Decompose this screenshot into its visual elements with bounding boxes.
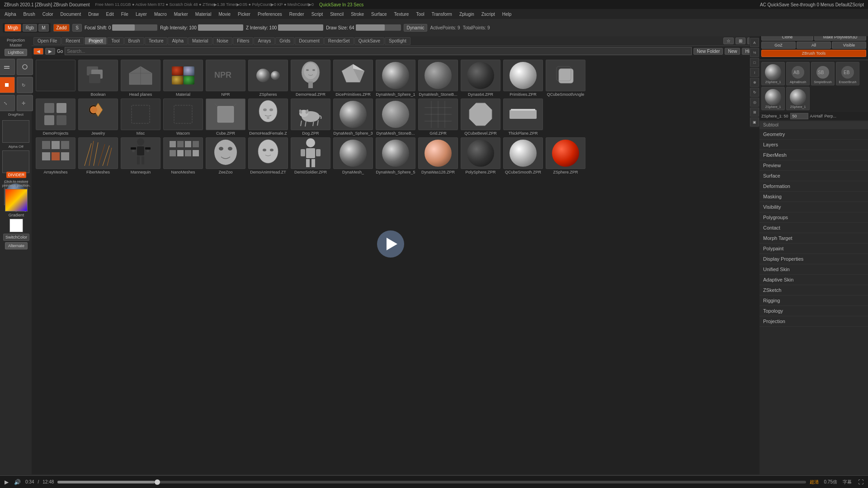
forward-btn[interactable]: ▶ <box>45 48 55 55</box>
switch-color-btn[interactable]: SwitchColor <box>3 234 29 241</box>
list-item[interactable]: Material <box>163 60 203 97</box>
speed-value[interactable]: 0.75倍 <box>824 479 837 485</box>
list-item[interactable] <box>35 60 76 97</box>
list-item[interactable]: Wacom <box>163 99 203 136</box>
tab-material[interactable]: Material <box>188 37 212 45</box>
volume-btn[interactable]: 🔊 <box>13 478 22 486</box>
tab-noise[interactable]: Noise <box>213 37 233 45</box>
progress-bar[interactable] <box>57 481 806 483</box>
tab-renderset[interactable]: RenderSet <box>324 37 354 45</box>
tab-brush[interactable]: Brush <box>124 37 144 45</box>
tool-thumb-zsphere3[interactable]: ZSphere_1 <box>786 87 810 110</box>
menu-transform[interactable]: Transform <box>429 12 455 17</box>
tool-thumb-eraserbrush[interactable]: EB EraserBrush <box>836 62 859 85</box>
list-item[interactable]: NPR NPR <box>205 60 246 97</box>
list-item[interactable]: DemoHead.ZPR <box>290 60 331 97</box>
zbrush-tools-btn[interactable]: ZBrush Tools <box>761 50 866 57</box>
geometry-item[interactable]: Geometry <box>760 129 868 140</box>
zadd-btn[interactable]: Zadd <box>53 24 70 32</box>
z-intensity-track[interactable] <box>278 24 323 31</box>
list-item[interactable]: ZeeZoo <box>205 137 246 174</box>
tab-grids[interactable]: Grids <box>275 37 294 45</box>
list-item[interactable]: DicePrimitives.ZPR <box>333 60 373 97</box>
adaptive-skin-item[interactable]: Adaptive Skin <box>760 275 868 285</box>
list-item[interactable]: QCubeBevel.ZPR <box>460 99 501 136</box>
list-item[interactable]: Dog.ZPR <box>290 99 331 136</box>
list-item[interactable]: QCubeSmoothAngle <box>545 60 586 97</box>
unified-skin-item[interactable]: Unified Skin <box>760 264 868 275</box>
draw-btn2[interactable] <box>17 59 33 75</box>
scale-btn[interactable]: ⤡ <box>0 95 15 111</box>
menu-picker[interactable]: Picker <box>235 12 253 17</box>
s-btn[interactable]: S <box>72 24 82 32</box>
display-properties-item[interactable]: Display Properties <box>760 254 868 264</box>
mrgb-btn[interactable]: Mrgb <box>5 24 21 32</box>
tab-alpha[interactable]: Alpha <box>168 37 188 45</box>
list-item[interactable]: Boolean <box>78 60 118 97</box>
contact-item[interactable]: Contact <box>760 223 868 233</box>
list-item[interactable]: DynaMesh_Sphere_5 <box>375 137 416 174</box>
list-item[interactable]: Misc <box>120 99 161 136</box>
topology-item[interactable]: Topology <box>760 306 868 316</box>
list-item[interactable]: ZSpheres <box>248 60 288 97</box>
list-item[interactable]: Primitives.ZPR <box>503 60 543 97</box>
focal-shift-track[interactable] <box>112 24 157 31</box>
polyf-icon[interactable]: ⊞ <box>750 108 759 117</box>
menu-color[interactable]: Color <box>40 12 56 17</box>
menu-preferences[interactable]: Preferences <box>255 12 285 17</box>
list-item[interactable]: DynaMesh_ <box>333 137 373 174</box>
menu-file[interactable]: File <box>118 12 131 17</box>
all-btn[interactable]: All <box>797 42 831 49</box>
go-btn[interactable]: Go <box>57 49 63 54</box>
new-btn[interactable]: New <box>725 48 740 55</box>
secondary-color-swatch[interactable] <box>9 219 23 232</box>
tool-thumb-simplebrush[interactable]: SB SimpleBrush <box>811 62 835 85</box>
deformation-item[interactable]: Deformation <box>760 181 868 192</box>
tab-filters[interactable]: Filters <box>233 37 253 45</box>
layers-item[interactable]: Layers <box>760 140 868 150</box>
actual-icon[interactable]: A <box>750 38 759 47</box>
rgb-intensity-track[interactable] <box>198 24 243 31</box>
projection-item[interactable]: Projection <box>760 316 868 327</box>
menu-help[interactable]: Help <box>500 12 514 17</box>
zsketch-item[interactable]: ZSketch <box>760 285 868 296</box>
menu-draw[interactable]: Draw <box>85 12 101 17</box>
menu-zscript[interactable]: Zscript <box>479 12 498 17</box>
rigging-item[interactable]: Rigging <box>760 296 868 306</box>
subtitle-label[interactable]: 字幕 <box>843 479 852 485</box>
back-btn[interactable]: ◀ <box>33 48 43 55</box>
list-item[interactable]: Head planes <box>120 60 161 97</box>
tab-project[interactable]: Project <box>85 37 107 45</box>
list-item[interactable]: Mannequin <box>120 137 161 174</box>
tab-open-file[interactable]: Open File <box>33 37 61 45</box>
list-item[interactable]: QCubeSmooth.ZPR <box>503 137 543 174</box>
color-picker-btn[interactable] <box>0 77 15 93</box>
menu-stencil[interactable]: Stencil <box>327 12 346 17</box>
menu-alpha[interactable]: Alpha <box>2 12 19 17</box>
tab-spotlight[interactable]: Spotlight <box>385 37 410 45</box>
list-item[interactable]: DemoAnimHead.ZT <box>248 137 288 174</box>
color-picker-swatch[interactable] <box>5 189 28 211</box>
tab-tool[interactable]: Tool <box>107 37 123 45</box>
menu-document[interactable]: Document <box>58 12 84 17</box>
draw-size-track[interactable] <box>356 24 401 31</box>
draw-tools-btn[interactable] <box>0 59 15 75</box>
list-item[interactable]: DynaMesh_StoneB... <box>375 99 416 136</box>
new-folder-btn[interactable]: New Folder <box>693 48 723 55</box>
tab-texture[interactable]: Texture <box>145 37 168 45</box>
preview-item[interactable]: Preview <box>760 160 868 171</box>
menu-movie[interactable]: Movie <box>216 12 233 17</box>
list-item[interactable]: ThickPlane.ZPR <box>503 99 543 136</box>
list-item[interactable]: DemoHeadFemale.Z <box>248 99 288 136</box>
m-btn[interactable]: M <box>38 24 48 32</box>
list-item[interactable]: FiberMeshes <box>78 137 118 174</box>
rotate-btn[interactable]: ↻ <box>17 77 33 93</box>
menu-zplugin[interactable]: Zplugin <box>457 12 477 17</box>
list-item[interactable]: NanoMeshes <box>163 137 203 174</box>
list-item[interactable]: ZSphere.ZPR <box>545 137 586 174</box>
sketch-preview1[interactable] <box>2 120 29 143</box>
aahaalf-icon[interactable]: ½ <box>750 48 759 57</box>
list-item[interactable]: DemoProjects <box>35 99 76 136</box>
list-item[interactable]: ArrayMeshes <box>35 137 76 174</box>
list-item[interactable]: DynaMesh_Sphere_1 <box>375 60 416 97</box>
